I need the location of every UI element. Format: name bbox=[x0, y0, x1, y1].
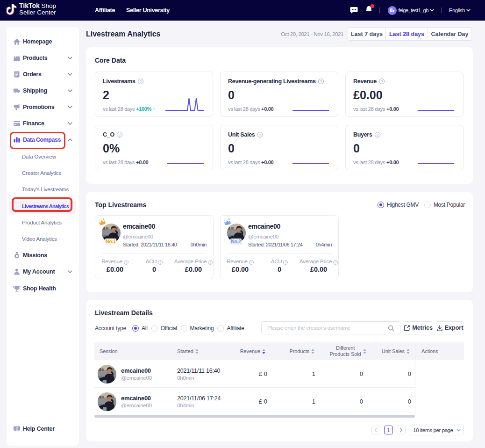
svg-text:?: ? bbox=[16, 426, 18, 431]
